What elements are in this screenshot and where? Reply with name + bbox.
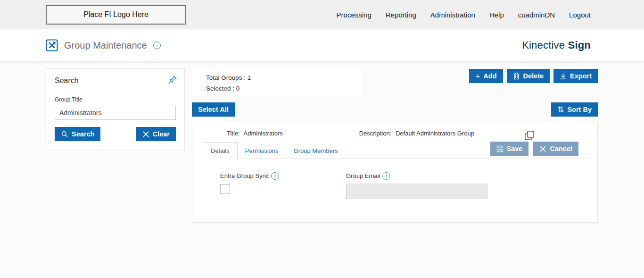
group-title-label: Group Title: [55, 96, 176, 103]
entra-group-sync-field: Entra Group Sync i: [220, 171, 346, 199]
group-email-input[interactable]: [346, 184, 487, 199]
search-icon: [61, 130, 68, 138]
pin-icon[interactable]: [167, 75, 178, 85]
group-maintenance-icon: [46, 39, 58, 51]
search-panel: Search Group Title Search Clear: [46, 68, 185, 150]
add-button[interactable]: + Add: [469, 69, 503, 83]
tab-details[interactable]: Details: [203, 142, 238, 159]
tab-permissions[interactable]: Permissions: [238, 143, 286, 159]
tab-actions: Save Cancel: [490, 142, 578, 159]
brand-regular: Kinective: [522, 39, 568, 51]
entra-group-sync-checkbox[interactable]: [220, 184, 230, 194]
page-title: Group Maintenance: [64, 40, 147, 51]
export-button[interactable]: Export: [553, 69, 598, 83]
group-email-info-icon[interactable]: i: [382, 172, 390, 180]
brand-logo: Kinective Sign: [522, 39, 591, 51]
search-panel-title: Search: [55, 76, 176, 85]
group-title-pair: Title: Administrators: [227, 130, 283, 137]
selected-line: Selected : 0: [206, 83, 362, 94]
total-groups-line: Total Groups : 1: [206, 72, 362, 83]
plus-icon: +: [475, 72, 480, 80]
tab-group-members[interactable]: Group Members: [286, 143, 346, 159]
group-title-value: Administrators: [244, 130, 283, 137]
top-bar: Place FI Logo Here Processing Reporting …: [0, 0, 644, 29]
select-all-button[interactable]: Select All: [192, 102, 235, 117]
save-button[interactable]: Save: [490, 142, 529, 156]
save-icon: [496, 145, 504, 152]
fi-logo-placeholder: Place FI Logo Here: [46, 5, 186, 25]
main-column: Total Groups : 1 Selected : 0 + Add D: [192, 68, 598, 223]
group-tabs: Details Permissions Group Members Save: [203, 142, 591, 159]
sort-icon: ⇅: [557, 106, 564, 114]
download-icon: [560, 73, 567, 80]
group-title-input[interactable]: [55, 106, 176, 120]
summary-box: Total Groups : 1 Selected : 0: [192, 68, 362, 96]
delete-button[interactable]: Delete: [507, 69, 550, 83]
group-card: Title: Administrators Description: Defau…: [192, 122, 598, 223]
x-icon: [539, 145, 546, 152]
header-bar: Group Maintenance i Kinective Sign: [0, 29, 644, 61]
nav-reporting[interactable]: Reporting: [386, 11, 416, 19]
nav-administration[interactable]: Administration: [430, 11, 475, 19]
cancel-button[interactable]: Cancel: [533, 142, 578, 156]
clear-button[interactable]: Clear: [136, 127, 176, 141]
group-email-field: Group Email i: [346, 171, 487, 199]
entra-group-sync-label: Entra Group Sync: [220, 172, 269, 179]
top-navigation: Processing Reporting Administration Help…: [337, 11, 591, 19]
trash-icon: [513, 72, 520, 80]
nav-user-cuadmindn[interactable]: cuadminDN: [518, 11, 555, 19]
search-button[interactable]: Search: [55, 127, 100, 141]
entra-group-sync-info-icon[interactable]: i: [271, 172, 279, 180]
group-card-header: Title: Administrators Description: Defau…: [192, 122, 597, 137]
fi-logo-text: Place FI Logo Here: [83, 10, 149, 19]
selected-value: 0: [236, 85, 240, 92]
copy-icon[interactable]: [524, 130, 535, 141]
content-area: Search Group Title Search Clear: [46, 68, 598, 223]
nav-logout[interactable]: Logout: [569, 11, 591, 19]
details-tab-panel: Entra Group Sync i Group Email i: [192, 159, 597, 199]
group-description-value: Default Administrators Group: [396, 130, 474, 137]
sort-by-button[interactable]: ⇅ Sort By: [551, 102, 598, 117]
brand-bold: Sign: [568, 39, 591, 51]
group-description-pair: Description: Default Administrators Grou…: [359, 130, 474, 137]
page-info-icon[interactable]: i: [153, 42, 161, 49]
x-icon: [142, 131, 149, 138]
group-toolbar: + Add Delete Export: [469, 69, 598, 83]
nav-help[interactable]: Help: [489, 11, 504, 19]
nav-processing[interactable]: Processing: [337, 11, 372, 19]
total-groups-value: 1: [248, 74, 251, 81]
group-email-label: Group Email: [346, 172, 380, 179]
